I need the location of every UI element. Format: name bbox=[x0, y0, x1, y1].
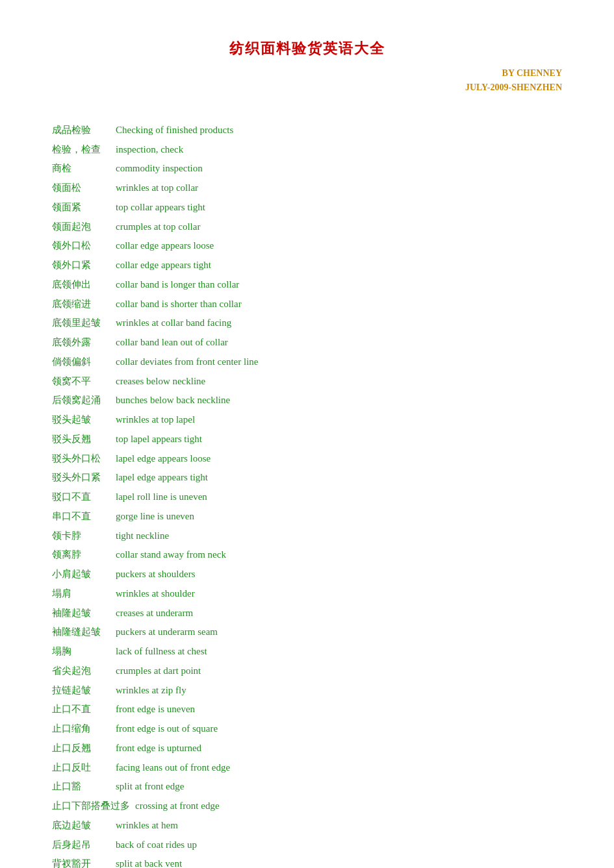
list-item: 底领外露collar band lean out of collar bbox=[52, 334, 562, 352]
english-term: lapel roll line is uneven bbox=[116, 488, 207, 506]
list-item: 领面紧top collar appears tight bbox=[52, 199, 562, 217]
list-item: 袖隆缝起皱puckers at underarm seam bbox=[52, 623, 562, 641]
english-term: collar stand away from neck bbox=[116, 546, 226, 564]
english-term: creases below neckline bbox=[116, 373, 205, 391]
chinese-term: 驳头外口紧 bbox=[52, 469, 110, 487]
chinese-term: 塌胸 bbox=[52, 643, 110, 661]
list-item: 成品检验Checking of finished products bbox=[52, 121, 562, 140]
term-list: 成品检验Checking of finished products检验，检查in… bbox=[52, 121, 562, 868]
english-term: wrinkles at top lapel bbox=[116, 411, 195, 429]
english-term: back of coat rides up bbox=[116, 836, 197, 854]
english-term: lack of fullness at chest bbox=[116, 643, 207, 661]
chinese-term: 领窝不平 bbox=[52, 373, 110, 391]
list-item: 后身起吊back of coat rides up bbox=[52, 836, 562, 854]
english-term: top collar appears tight bbox=[116, 199, 205, 217]
english-term: crumples at dart point bbox=[116, 662, 201, 680]
english-term: collar edge appears loose bbox=[116, 237, 214, 255]
chinese-term: 商检 bbox=[52, 160, 110, 178]
author-line2: JULY-2009-SHENZHEN bbox=[52, 81, 562, 95]
chinese-term: 领面紧 bbox=[52, 199, 110, 217]
english-term: commodity inspection bbox=[116, 160, 203, 178]
list-item: 检验，检查inspection, check bbox=[52, 141, 562, 159]
chinese-term: 驳头外口松 bbox=[52, 450, 110, 468]
english-term: wrinkles at zip fly bbox=[116, 682, 186, 700]
list-item: 领面松wrinkles at top collar bbox=[52, 179, 562, 197]
chinese-term: 袖隆缝起皱 bbox=[52, 623, 110, 641]
english-term: collar band is longer than collar bbox=[116, 276, 239, 294]
chinese-term: 底边起皱 bbox=[52, 817, 110, 835]
english-term: lapel edge appears loose bbox=[116, 450, 211, 468]
chinese-term: 串口不直 bbox=[52, 508, 110, 526]
chinese-term: 领外口紧 bbox=[52, 256, 110, 275]
chinese-term: 小肩起皱 bbox=[52, 565, 110, 584]
author-block: BY CHENNEY JULY-2009-SHENZHEN bbox=[52, 66, 562, 95]
list-item: 塌胸lack of fullness at chest bbox=[52, 643, 562, 661]
chinese-term: 领面起泡 bbox=[52, 218, 110, 236]
english-term: Checking of finished products bbox=[116, 121, 233, 140]
chinese-term: 领卡脖 bbox=[52, 527, 110, 545]
english-term: wrinkles at hem bbox=[116, 817, 178, 835]
chinese-term: 领面松 bbox=[52, 179, 110, 197]
list-item: 领卡脖tight neckline bbox=[52, 527, 562, 545]
english-term: front edge is uneven bbox=[116, 701, 195, 719]
chinese-term: 省尖起泡 bbox=[52, 662, 110, 680]
chinese-term: 成品检验 bbox=[52, 121, 110, 140]
list-item: 领外口紧collar edge appears tight bbox=[52, 256, 562, 275]
english-term: tight neckline bbox=[116, 527, 169, 545]
list-item: 底领里起皱wrinkles at collar band facing bbox=[52, 314, 562, 332]
list-item: 塌肩wrinkles at shoulder bbox=[52, 585, 562, 603]
list-item: 领窝不平creases below neckline bbox=[52, 373, 562, 391]
chinese-term: 底领里起皱 bbox=[52, 314, 110, 332]
english-term: facing leans out of front edge bbox=[116, 759, 230, 777]
list-item: 止口下部搭叠过多crossing at front edge bbox=[52, 797, 562, 815]
english-term: front edge is upturned bbox=[116, 739, 201, 758]
list-item: 领面起泡crumples at top collar bbox=[52, 218, 562, 236]
list-item: 驳口不直lapel roll line is uneven bbox=[52, 488, 562, 506]
list-item: 背衩豁开split at back vent bbox=[52, 855, 562, 868]
chinese-term: 底领伸出 bbox=[52, 276, 110, 294]
list-item: 小肩起皱puckers at shoulders bbox=[52, 565, 562, 584]
list-item: 驳头起皱wrinkles at top lapel bbox=[52, 411, 562, 429]
list-item: 驳头外口紧lapel edge appears tight bbox=[52, 469, 562, 487]
chinese-term: 袖隆起皱 bbox=[52, 604, 110, 623]
english-term: split at back vent bbox=[116, 855, 182, 868]
author-line1: BY CHENNEY bbox=[52, 66, 562, 81]
list-item: 驳头反翘top lapel appears tight bbox=[52, 430, 562, 449]
english-term: crumples at top collar bbox=[116, 218, 200, 236]
list-item: 后领窝起涌bunches below back neckline bbox=[52, 391, 562, 410]
english-term: top lapel appears tight bbox=[116, 430, 202, 449]
chinese-term: 塌肩 bbox=[52, 585, 110, 603]
english-term: gorge line is uneven bbox=[116, 508, 194, 526]
chinese-term: 止口不直 bbox=[52, 701, 110, 719]
list-item: 领外口松collar edge appears loose bbox=[52, 237, 562, 255]
chinese-term: 止口反吐 bbox=[52, 759, 110, 777]
list-item: 省尖起泡crumples at dart point bbox=[52, 662, 562, 680]
english-term: split at front edge bbox=[116, 778, 184, 796]
chinese-term: 领外口松 bbox=[52, 237, 110, 255]
list-item: 止口豁split at front edge bbox=[52, 778, 562, 796]
list-item: 拉链起皱wrinkles at zip fly bbox=[52, 682, 562, 700]
list-item: 底领伸出collar band is longer than collar bbox=[52, 276, 562, 294]
chinese-term: 驳口不直 bbox=[52, 488, 110, 506]
chinese-term: 领离脖 bbox=[52, 546, 110, 564]
chinese-term: 背衩豁开 bbox=[52, 855, 110, 868]
list-item: 底领缩进collar band is shorter than collar bbox=[52, 295, 562, 314]
list-item: 倘领偏斜collar deviates from front center li… bbox=[52, 353, 562, 371]
english-term: collar edge appears tight bbox=[116, 256, 211, 275]
english-term: wrinkles at shoulder bbox=[116, 585, 195, 603]
english-term: wrinkles at collar band facing bbox=[116, 314, 231, 332]
english-term: collar band lean out of collar bbox=[116, 334, 228, 352]
english-term: wrinkles at top collar bbox=[116, 179, 198, 197]
chinese-term: 止口缩角 bbox=[52, 720, 110, 738]
english-term: puckers at underarm seam bbox=[116, 623, 218, 641]
chinese-term: 驳头起皱 bbox=[52, 411, 110, 429]
list-item: 商检commodity inspection bbox=[52, 160, 562, 178]
chinese-term: 倘领偏斜 bbox=[52, 353, 110, 371]
list-item: 止口反翘front edge is upturned bbox=[52, 739, 562, 758]
english-term: front edge is out of square bbox=[116, 720, 218, 738]
list-item: 串口不直gorge line is uneven bbox=[52, 508, 562, 526]
list-item: 袖隆起皱creases at underarm bbox=[52, 604, 562, 623]
chinese-term: 止口豁 bbox=[52, 778, 110, 796]
chinese-term: 底领外露 bbox=[52, 334, 110, 352]
english-term: creases at underarm bbox=[116, 604, 193, 623]
